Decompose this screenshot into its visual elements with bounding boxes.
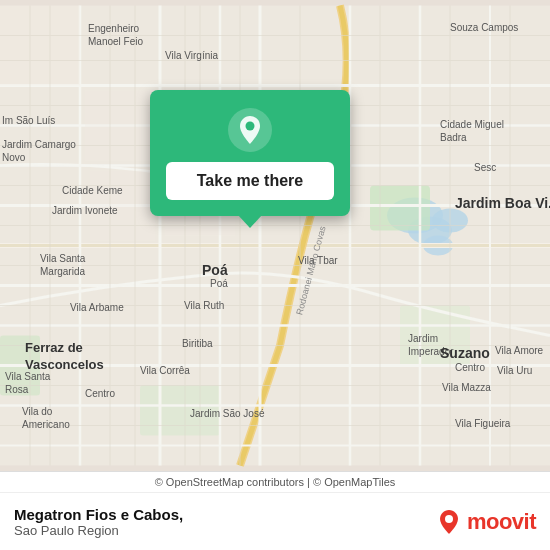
map-label-cidadekeme: Cidade Keme (62, 185, 123, 196)
map-label-vilamazza: Vila Mazza (442, 382, 491, 393)
map-label-vilatbar: Vila Tbar (298, 255, 338, 266)
place-name-text: Megatron Fios e Cabos, (14, 506, 183, 523)
place-region: Sao Paulo Region (14, 523, 183, 538)
map-label-vilasanta: Vila SantaMargarida (40, 252, 85, 278)
moovit-logo-text: moovit (467, 509, 536, 535)
map-label-sesc: Sesc (474, 162, 496, 173)
map-label-centro-suzano: Centro (455, 362, 485, 373)
map-label-suzano: Suzano (440, 345, 490, 361)
moovit-logo: moovit (435, 508, 536, 536)
take-me-there-button[interactable]: Take me there (166, 162, 334, 200)
take-me-there-popup: Take me there (150, 90, 350, 216)
map-label-ferraz: Ferraz deVasconcelos (25, 340, 104, 374)
map-label-cidademiguel: Cidade MiguelBadra (440, 118, 504, 144)
svg-point-58 (445, 515, 453, 523)
map-label-jardimcamargo: Jardim CamargoNovo (2, 138, 76, 164)
place-name: Megatron Fios e Cabos, Sao Paulo Region (14, 506, 183, 538)
map-label-vilafigueira: Vila Figueira (455, 418, 510, 429)
map-label-jardimivonete: Jardim Ivonete (52, 205, 118, 216)
map-label-souzacampos: Souza Campos (450, 22, 518, 33)
map-label-vilaruth: Vila Ruth (184, 300, 224, 311)
place-info: Megatron Fios e Cabos, Sao Paulo Region (14, 506, 183, 538)
map-label-poa-large: Poá (202, 262, 228, 278)
map-label-jardimboavi: Jardim Boa Vi... (455, 195, 550, 211)
map-label-engenheiro: EngenheiroManoel Feio (88, 22, 143, 48)
svg-rect-28 (85, 91, 155, 161)
map-label-vilauru: Vila Uru (497, 365, 532, 376)
map-label-vilaamore: Vila Amore (495, 345, 543, 356)
svg-rect-27 (0, 6, 80, 86)
map-label-vilasantarosa: Vila SantaRosa (5, 370, 50, 396)
map-roads-svg: Rodoanei Rodoanei Mário Covas (0, 0, 550, 471)
map-label-vilacorrea: Vila Corrêa (140, 365, 190, 376)
moovit-pin-icon (435, 508, 463, 536)
map-label-vilaamericano: Vila doAmericano (22, 405, 70, 431)
attribution-bar: © OpenStreetMap contributors | © OpenMap… (0, 471, 550, 492)
svg-point-57 (246, 122, 255, 131)
bottom-bar: Megatron Fios e Cabos, Sao Paulo Region … (0, 492, 550, 550)
map-area[interactable]: Rodoanei Rodoanei Mário Covas Engenheiro… (0, 0, 550, 471)
map-label-vilaarbame: Vila Arbame (70, 302, 124, 313)
map-label-biritiba: Biritiba (182, 338, 213, 349)
location-pin-icon (228, 108, 272, 152)
map-label-centro-ferraz: Centro (85, 388, 115, 399)
map-label-imsaoluis: Im São Luís (2, 115, 55, 126)
svg-rect-0 (0, 6, 550, 466)
app-container: Rodoanei Rodoanei Mário Covas Engenheiro… (0, 0, 550, 550)
attribution-text: © OpenStreetMap contributors | © OpenMap… (155, 476, 396, 488)
map-label-poa-small: Poá (210, 278, 228, 289)
map-label-vilavirginia: Vila Virgínia (165, 50, 218, 61)
map-label-jardimsamjose: Jardim São José (190, 408, 264, 419)
